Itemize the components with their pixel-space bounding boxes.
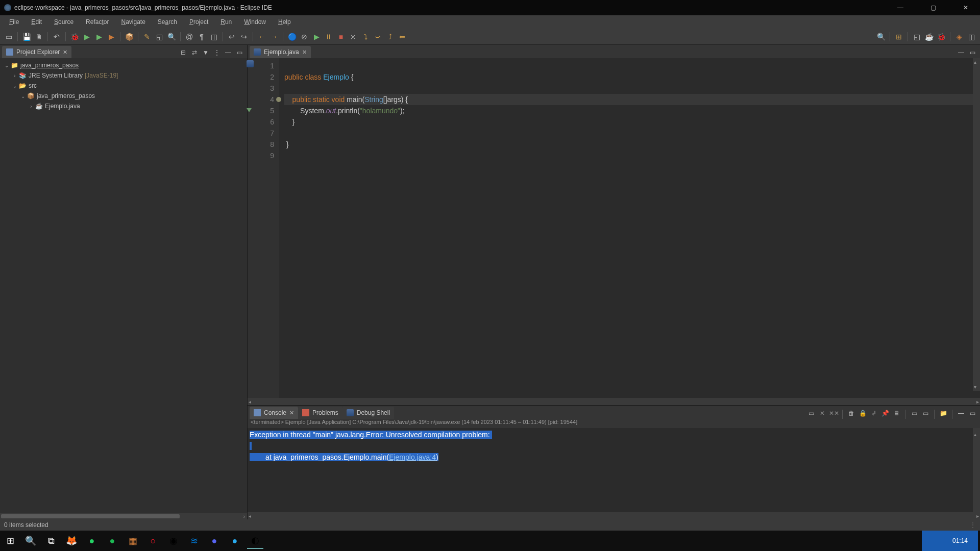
minimize-view-icon[interactable]: — [957,49,966,58]
word-wrap-icon[interactable]: ↲ [869,410,878,419]
pin-console-icon[interactable]: 📌 [880,410,890,419]
show-console-icon[interactable]: ▭ [910,410,919,419]
close-icon[interactable]: ✕ [63,49,67,56]
whatsapp-icon[interactable]: ● [84,533,100,549]
link-editor-icon[interactable]: ⇄ [190,49,199,58]
maximize-view-icon[interactable]: ▭ [968,410,977,419]
project-explorer-tab[interactable]: Project Explorer ✕ [2,46,71,58]
menu-source[interactable]: Source [49,16,79,28]
firefox-icon[interactable]: 🦊 [63,533,80,549]
open-type-icon[interactable]: ◱ [154,31,165,42]
minimize-view-icon[interactable]: — [957,410,966,419]
debug-shell-tab[interactable]: Debug Shell [342,407,394,419]
project-tree[interactable]: ⌄ 📁 java_primeros_pasos › 📚 JRE System L… [0,58,247,513]
nav-prev-icon[interactable]: ↩ [226,31,237,42]
wand-icon[interactable]: ✎ [141,31,153,42]
perspective-debug-icon[interactable]: 🐞 [936,31,947,42]
menu-file[interactable]: File [4,16,24,28]
scroll-lock-icon[interactable]: 🔒 [858,410,867,419]
console-hscrollbar[interactable]: ◂ ▸ [248,512,980,519]
scroll-left-icon[interactable]: ◂ [249,399,251,405]
resume-icon[interactable]: ▶ [311,31,322,42]
breakpoint-icon[interactable]: 🔵 [286,31,298,42]
nav-next-icon[interactable]: ↪ [238,31,250,42]
close-icon[interactable]: ✕ [302,49,307,56]
remove-launch-icon[interactable]: ✕ [818,410,827,419]
console-tab[interactable]: Console ✕ [250,407,298,419]
tree-project[interactable]: ⌄ 📁 java_primeros_pasos [1,60,246,70]
scroll-left-icon[interactable]: ◂ [249,513,251,519]
back-icon[interactable]: ← [256,31,267,42]
close-button[interactable]: ✕ [955,4,976,11]
discord-icon[interactable]: ● [206,533,223,549]
spotify-icon[interactable]: ● [104,533,120,549]
menu-refactor[interactable]: Refactor [81,16,114,28]
menu-navigate[interactable]: Navigate [116,16,150,28]
perspective-git-icon[interactable]: ◈ [953,31,965,42]
tree-jre[interactable]: › 📚 JRE System Library [JavaSE-19] [1,70,246,81]
menu-project[interactable]: Project [184,16,213,28]
telegram-icon[interactable]: ● [227,533,243,549]
vscode-icon[interactable]: ≋ [186,533,202,549]
scrollbar-thumb[interactable] [1,514,180,518]
remove-all-icon[interactable]: ✕✕ [829,410,838,419]
suspend-icon[interactable]: ⏸ [323,31,334,42]
minimize-button[interactable]: — [890,4,911,11]
menu-search[interactable]: Search [153,16,182,28]
annotation-icon[interactable]: @ [184,31,195,42]
save-all-icon[interactable]: 🗎 [33,31,44,42]
editor-tab[interactable]: Ejemplo.java ✕ [250,46,311,58]
minimize-view-icon[interactable]: — [224,49,233,58]
editor-hscrollbar[interactable]: ◂ ▸ [248,398,980,405]
stack-trace-link[interactable]: Ejemplo.java:4 [389,453,436,461]
clear-console-icon[interactable]: 🗑 [847,410,856,419]
console-output[interactable]: Exception in thread "main" java.lang.Err… [248,428,980,512]
perspective-plugin-icon[interactable]: ◱ [911,31,922,42]
tree-file[interactable]: › ☕ Ejemplo.java [1,101,246,111]
perspective-java-icon[interactable]: ☕ [923,31,935,42]
chevron-right-icon[interactable]: › [28,104,35,109]
perspective-team-icon[interactable]: ◫ [966,31,977,42]
coverage-icon[interactable]: ▶ [93,31,105,42]
forward-icon[interactable]: → [268,31,280,42]
chrome-icon[interactable]: ◉ [165,533,182,549]
scroll-down-icon[interactable]: ▾ [974,384,976,390]
open-perspective-icon[interactable]: ⊞ [893,31,904,42]
menu-help[interactable]: Help [273,16,296,28]
close-icon[interactable]: ✕ [289,410,294,416]
maximize-button[interactable]: ▢ [923,4,943,11]
tree-src[interactable]: ⌄ 📂 src [1,81,246,91]
scroll-up-icon[interactable]: ▴ [974,429,976,440]
menu-edit[interactable]: Edit [26,16,47,28]
menu-window[interactable]: Window [239,16,271,28]
sidebar-scrollbar[interactable]: › [0,513,247,519]
problems-tab[interactable]: Problems [298,407,342,419]
collapse-all-icon[interactable]: ⊟ [179,49,188,58]
editor-body[interactable]: 1 2 3 4 5 6 7 8 9 public class Ejemplo {… [248,58,980,398]
start-button[interactable]: ⊞ [2,533,18,549]
save-icon[interactable]: 💾 [21,31,32,42]
editor-vscrollbar[interactable]: ▴ ▾ [973,58,980,391]
console-vscrollbar[interactable]: ▴ [973,428,980,512]
search-icon[interactable]: 🔍 [166,31,177,42]
chevron-right-icon[interactable]: › [11,73,18,79]
new-package-icon[interactable]: 📦 [124,31,135,42]
opera-icon[interactable]: ○ [145,533,161,549]
scroll-right-icon[interactable]: ▸ [976,513,979,519]
new-icon[interactable]: ▭ [3,31,14,42]
display-icon[interactable]: 🖥 [892,410,901,419]
step-return-icon[interactable]: ⤴ [384,31,396,42]
task-view-icon[interactable]: ⧉ [43,533,59,549]
debug-icon[interactable]: 🐞 [69,31,80,42]
chevron-down-icon[interactable]: ⌄ [19,93,27,99]
search-icon[interactable]: 🔍 [22,533,39,549]
chevron-down-icon[interactable]: ⌄ [11,83,18,89]
tree-package[interactable]: ⌄ 📦 java_primeros_pasos [1,91,246,101]
scroll-up-icon[interactable]: ▴ [974,59,976,65]
external-tools-icon[interactable]: ▶ [106,31,117,42]
chevron-down-icon[interactable]: ⌄ [3,63,10,68]
clock[interactable]: 01:14 [922,531,978,551]
toggle-mark-icon[interactable]: ◫ [208,31,219,42]
step-over-icon[interactable]: ⤻ [372,31,383,42]
view-menu-icon[interactable]: ⋮ [212,49,222,58]
